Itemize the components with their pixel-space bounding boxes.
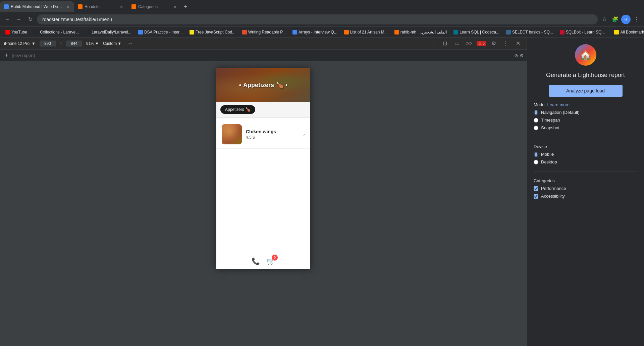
tab-favicon-1 (4, 4, 9, 9)
category-performance-checkbox[interactable] (534, 186, 538, 191)
new-report-input[interactable] (12, 53, 513, 58)
analyze-button[interactable]: Analyze page load (549, 85, 623, 97)
phone-icon[interactable]: 📞 (252, 257, 260, 265)
device-section: Device Mobile Desktop (534, 144, 637, 164)
bookmark-arrays[interactable]: Arrays - Interview Q... (290, 29, 340, 35)
height-input[interactable] (66, 41, 82, 47)
device-dropdown-icon: ▼ (32, 41, 36, 46)
device-label: Device (534, 144, 637, 149)
error-badge: ⚠ 3 (477, 41, 486, 46)
width-input[interactable] (40, 41, 56, 47)
bookmark-star-button[interactable]: ☆ (600, 15, 609, 24)
toolbar-right: ☆ 🧩 R ⋮ (600, 15, 641, 24)
tab-close-2[interactable]: ✕ (119, 4, 123, 9)
bookmark-dsa[interactable]: DSA Practice - Inter... (136, 29, 185, 35)
add-report-button[interactable]: + (3, 51, 10, 60)
tab-1[interactable]: Rahib Mahmoud | Web Develop... ✕ (0, 1, 74, 12)
mode-timespan[interactable]: Timespan (534, 118, 637, 123)
bookmark-sql[interactable]: Learn SQL | Codeca... (451, 29, 502, 35)
more-menu-button[interactable]: ⋮ (632, 15, 641, 24)
device-selector[interactable]: iPhone 12 Pro ▼ (4, 41, 36, 46)
close-devtools-button[interactable]: ✕ (513, 39, 523, 48)
categories-section: Categories Performance Accessibility (534, 178, 637, 199)
tab-close-1[interactable]: ✕ (66, 4, 70, 9)
bookmark-favicon-arr (292, 30, 297, 34)
tab-close-3[interactable]: ✕ (173, 4, 177, 9)
mode-timespan-label: Timespan (541, 118, 560, 123)
item-price: 4.5 $ (246, 135, 299, 140)
category-header: • Appetizers 🍗 • (239, 81, 288, 89)
tab-3[interactable]: Categories ✕ (127, 1, 181, 12)
menu-item-info: Chiken wings 4.5 $ (246, 129, 299, 140)
food-image-chicken-wings (222, 124, 242, 144)
zoom-level: 91% (86, 41, 94, 46)
device-name: iPhone 12 Pro (4, 41, 30, 46)
bookmark-label-dsa: DSA Practice - Inter... (144, 30, 183, 34)
category-accessibility-label: Accessibility (541, 194, 565, 199)
appetizers-pill-label: Appetizers (225, 107, 244, 112)
mode-navigation[interactable]: Navigation (Default) (534, 110, 637, 115)
devtools-more-button[interactable]: ⋮ (428, 39, 438, 48)
tab-bar: Rahib Mahmoud | Web Develop... ✕ Roadste… (0, 0, 644, 12)
app-bottom-bar: 📞 🛒 0 (216, 253, 310, 269)
category-accessibility[interactable]: Accessibility (534, 194, 637, 199)
menu-item-chicken-wings[interactable]: Chiken wings 4.5 $ › (216, 120, 310, 149)
report-filter-button[interactable]: ⊘ (514, 53, 518, 58)
mode-snapshot-radio[interactable] (534, 126, 538, 130)
bookmark-profile[interactable]: rahib-mh ....الملف الشخص (392, 29, 449, 35)
appetizers-pill[interactable]: Appetizers 🍗 (220, 105, 255, 114)
device-desktop-radio[interactable] (534, 160, 538, 164)
profile-button[interactable]: R (621, 15, 631, 24)
new-tab-button[interactable]: + (181, 1, 190, 12)
bookmark-label-profile: rahib-mh ....الملف الشخص (400, 30, 447, 34)
more-tools-button[interactable]: >> (465, 39, 474, 48)
device-mode-button[interactable]: ▭ (452, 39, 462, 48)
forward-button[interactable]: → (14, 15, 23, 24)
tab-2[interactable]: Roadster ✕ (74, 1, 127, 12)
bookmark-laravel[interactable]: LaravelDaily/Laravel... (83, 29, 134, 35)
dimension-separator: × (60, 41, 62, 46)
bookmark-js[interactable]: Free JavaScript Cod... (187, 29, 238, 35)
bookmark-sqlbolt[interactable]: SQLBolt - Learn SQ... (557, 29, 608, 35)
category-accessibility-checkbox[interactable] (534, 194, 538, 199)
address-input[interactable] (37, 14, 598, 24)
address-bar: ← → ↻ ☆ 🧩 R ⋮ (0, 12, 644, 27)
preset-dropdown-icon: ▼ (117, 41, 121, 46)
bookmark-all[interactable]: All Bookmarks (611, 29, 644, 35)
mode-timespan-radio[interactable] (534, 118, 538, 123)
learn-more-link[interactable]: Learn more (547, 102, 570, 107)
back-button[interactable]: ← (3, 15, 12, 24)
bookmark-writing[interactable]: Writing Readable P... (239, 29, 288, 35)
bookmark-artisan[interactable]: List of 21 Artisan M... (341, 29, 390, 35)
menu-items: Chiken wings 4.5 $ › (216, 118, 310, 253)
preset-name: Custom (103, 41, 117, 46)
zoom-selector[interactable]: 91% ▼ (86, 41, 99, 46)
reload-button[interactable]: ↻ (25, 15, 35, 24)
mode-snapshot[interactable]: Snapshot (534, 125, 637, 130)
cart-icon-wrapper[interactable]: 🛒 0 (267, 257, 275, 265)
settings-button[interactable]: ⚙ (489, 39, 498, 48)
report-input-row: + ⊘ ⚙ (0, 50, 527, 62)
device-desktop[interactable]: Desktop (534, 159, 637, 164)
rotate-button[interactable]: ↔ (125, 39, 135, 48)
bookmark-select[interactable]: SELECT basics - SQ... (503, 29, 556, 35)
category-title: Appetizers (243, 82, 274, 89)
bookmark-youtube[interactable]: YouTube (3, 29, 30, 35)
report-settings-button[interactable]: ⚙ (520, 53, 524, 58)
category-performance[interactable]: Performance (534, 186, 637, 191)
bookmark-favicon-js (190, 30, 194, 34)
mode-navigation-radio[interactable] (534, 110, 538, 115)
app-header-image: • Appetizers 🍗 • (216, 68, 310, 102)
element-picker-button[interactable]: ⊡ (440, 39, 450, 48)
categories-checkbox-group: Performance Accessibility (534, 186, 637, 199)
device-mobile-radio[interactable] (534, 152, 538, 157)
mode-label-text: Mode (534, 102, 545, 107)
device-mobile[interactable]: Mobile (534, 152, 637, 157)
mode-section: Mode Learn more Navigation (Default) Tim… (534, 102, 637, 130)
devtools-menu-button[interactable]: ⋮ (501, 39, 511, 48)
preset-selector[interactable]: Custom ▼ (103, 41, 121, 46)
bookmark-collections[interactable]: Collections - Larave... (31, 29, 82, 35)
bookmark-label-js: Free JavaScript Cod... (196, 30, 235, 34)
bookmark-favicon-gh2 (86, 30, 90, 34)
extensions-button[interactable]: 🧩 (610, 15, 620, 24)
